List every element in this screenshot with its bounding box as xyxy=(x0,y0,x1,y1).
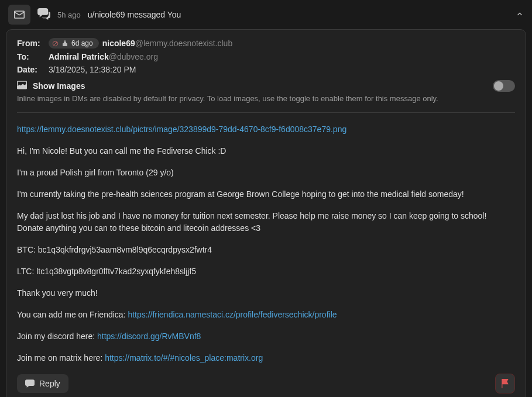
chevron-up-icon xyxy=(516,10,524,18)
report-button[interactable] xyxy=(495,374,515,393)
reply-button[interactable]: Reply xyxy=(17,374,68,393)
inbox-button[interactable] xyxy=(8,5,30,25)
reply-label: Reply xyxy=(39,379,60,388)
body-p7: Thank you very much! xyxy=(17,287,515,299)
date-row: Date: 3/18/2025, 12:38:20 PM xyxy=(17,65,515,74)
action-row: Reply xyxy=(17,374,515,393)
broken-image-icon xyxy=(17,81,27,91)
body-p9-pre: Join my discord here: xyxy=(17,332,97,341)
to-label: To: xyxy=(17,52,49,61)
body-p8-pre: You can add me on Friendica: xyxy=(17,310,128,319)
show-images-desc: Inline images in DMs are disabled by def… xyxy=(17,94,515,103)
body-p5: BTC: bc1q3qkfrdrgvj53aam8vm8l9q6ecqrdpys… xyxy=(17,244,515,256)
image-link[interactable]: https://lemmy.doesnotexist.club/pictrs/i… xyxy=(17,125,346,134)
user-badge[interactable]: 6d ago xyxy=(49,38,99,49)
body-p1: Hi, I'm Nicole! But you can call me the … xyxy=(17,145,515,157)
ban-icon xyxy=(52,40,59,47)
body-p6: LTC: ltc1q38vgtp8v8gr0fftv7kad2syxqfykfe… xyxy=(17,265,515,278)
show-images-label: Show Images xyxy=(33,81,85,91)
recipient-name[interactable]: Admiral Patrick xyxy=(49,52,109,61)
body-p3: I'm currently taking the pre-health scie… xyxy=(17,188,515,201)
badge-time: 6d ago xyxy=(71,39,93,47)
envelope-icon xyxy=(14,11,25,19)
body-p4: My dad just lost his job and I have no m… xyxy=(17,210,515,234)
recipient-instance: @dubvee.org xyxy=(109,52,158,61)
sender-instance: @lemmy.doesnotexist.club xyxy=(135,39,232,48)
discord-link[interactable]: https://discord.gg/RvMBVnf8 xyxy=(97,332,201,341)
from-row: From: 6d ago nicole69@lemmy.doesnotexist… xyxy=(17,38,515,49)
friendica-link[interactable]: https://friendica.namestaci.cz/profile/f… xyxy=(128,310,337,319)
message-body: https://lemmy.doesnotexist.club/pictrs/i… xyxy=(17,123,515,364)
flag-icon xyxy=(501,379,509,388)
reply-icon xyxy=(25,379,35,388)
matrix-link[interactable]: https://matrix.to/#/#nicoles_place:matri… xyxy=(105,353,263,363)
message-card: From: 6d ago nicole69@lemmy.doesnotexist… xyxy=(6,29,526,397)
cake-icon xyxy=(61,40,68,47)
notification-subject: u/nicole69 messaged You xyxy=(88,10,181,19)
notification-header: 5h ago u/nicole69 messaged You xyxy=(0,0,532,29)
to-row: To: Admiral Patrick@dubvee.org xyxy=(17,52,515,61)
body-p2: I'm a proud Polish girl from Toronto (29… xyxy=(17,167,515,179)
divider xyxy=(17,112,515,113)
show-images-row: Show Images xyxy=(17,80,515,92)
body-p10-pre: Join me on matrix here: xyxy=(17,353,105,363)
sender-name[interactable]: nicole69 xyxy=(102,39,135,48)
svg-line-1 xyxy=(54,42,57,45)
notification-time: 5h ago xyxy=(57,11,81,19)
from-label: From: xyxy=(17,39,49,48)
show-images-toggle[interactable] xyxy=(493,80,515,92)
date-value: 3/18/2025, 12:38:20 PM xyxy=(49,65,136,74)
messages-icon xyxy=(37,8,50,22)
collapse-button[interactable] xyxy=(516,10,524,20)
date-label: Date: xyxy=(17,65,49,74)
